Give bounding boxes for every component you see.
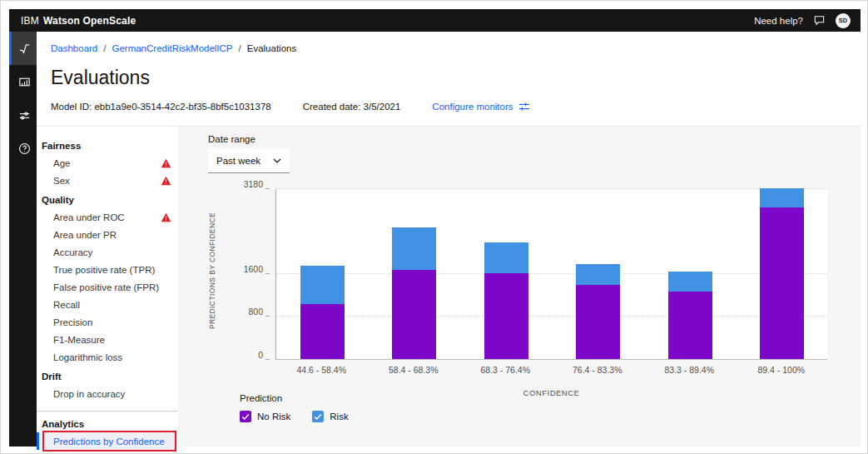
metric-item-accuracy[interactable]: Accuracy <box>37 243 178 261</box>
bar-segment-no-risk[interactable] <box>484 273 528 359</box>
date-range-value: Past week <box>216 156 260 166</box>
checkmark-icon <box>314 413 322 421</box>
panel-divider <box>37 411 178 412</box>
bar-segment-no-risk[interactable] <box>392 270 436 359</box>
date-range-dropdown[interactable]: Past week <box>208 148 290 173</box>
metric-item-label: Area under PR <box>53 230 117 240</box>
y-tick-mark <box>265 188 270 189</box>
bar-segment-risk[interactable] <box>300 266 345 303</box>
y-tick-label: 0 <box>258 350 263 360</box>
metric-item-label: Sex <box>53 176 70 186</box>
metric-item-label: Drop in accuracy <box>53 389 125 399</box>
rail-item-settings-sliders[interactable] <box>9 98 37 132</box>
configure-monitors-label: Configure monitors <box>432 102 513 112</box>
x-tick-label: 44.6 - 58.4% <box>275 365 368 375</box>
rail-item-insights[interactable] <box>9 32 37 65</box>
bar-segment-risk[interactable] <box>392 227 436 270</box>
app-window: IBMWatson OpenScale Need help? SD Dashbo… <box>9 9 861 447</box>
rail-item-dashboard[interactable] <box>9 65 37 98</box>
x-tick-label: 83.3 - 89.4% <box>643 365 736 375</box>
metrics-section-title: Drift <box>37 366 178 385</box>
y-axis-ticks: 080016003180 <box>226 189 270 360</box>
metric-item-chart-builder[interactable]: Chart Builder <box>37 450 178 454</box>
settings-sliders-icon <box>17 108 32 122</box>
metric-item-precision[interactable]: Precision <box>37 313 178 331</box>
x-tick-label: 58.4 - 68.3% <box>368 365 460 375</box>
page-title: Evaluations <box>37 53 861 89</box>
metric-item-area-under-pr[interactable]: Area under PR <box>37 226 178 243</box>
bar-segment-no-risk[interactable] <box>576 285 620 359</box>
content-row: FairnessAgeSexQualityArea under ROCArea … <box>37 126 861 447</box>
model-meta-row: Model ID: ebb1a9e0-3514-42c2-bf35-8bf5c1… <box>37 89 861 112</box>
checkmark-icon <box>241 413 250 421</box>
y-tick-label: 800 <box>248 307 263 317</box>
need-help-link[interactable]: Need help? <box>754 16 803 26</box>
legend-checkbox[interactable] <box>312 411 324 422</box>
help-icon <box>17 142 32 156</box>
brand-name: Watson OpenScale <box>43 15 136 27</box>
user-avatar[interactable]: SD <box>836 13 851 28</box>
screenshot-frame: IBMWatson OpenScale Need help? SD Dashbo… <box>0 0 868 454</box>
metrics-section-title: Analytics <box>37 413 178 432</box>
brand-prefix: IBM <box>21 15 39 27</box>
created-date-label: Created date: 3/5/2021 <box>303 102 401 112</box>
legend-label: No Risk <box>257 412 290 422</box>
warning-icon <box>161 212 171 222</box>
metric-item-recall[interactable]: Recall <box>37 296 178 313</box>
metric-item-sex[interactable]: Sex <box>37 172 178 189</box>
y-tick-label: 3180 <box>244 179 263 189</box>
x-tick-label: 76.4 - 83.3% <box>552 365 644 375</box>
breadcrumb-item[interactable]: GermanCreditRiskModelICP <box>112 43 232 53</box>
metric-item-drop-in-accuracy[interactable]: Drop in accuracy <box>37 385 178 402</box>
bar-segment-risk[interactable] <box>576 264 620 285</box>
metric-item-age[interactable]: Age <box>37 154 178 172</box>
insights-icon <box>17 42 32 56</box>
metric-item-label: Recall <box>53 300 80 310</box>
breadcrumb-item: Evaluations <box>247 43 296 53</box>
metric-item-area-under-roc[interactable]: Area under ROC <box>37 208 178 226</box>
metric-item-label: Area under ROC <box>53 212 125 222</box>
bar-segment-risk[interactable] <box>484 242 528 273</box>
left-icon-rail <box>9 32 37 447</box>
metric-item-false-positive-rate-fpr-[interactable]: False positive rate (FPR) <box>37 278 178 296</box>
legend-checkbox[interactable] <box>240 411 251 422</box>
legend-label: Risk <box>330 412 348 422</box>
metric-item-f1-measure[interactable]: F1-Measure <box>37 331 178 348</box>
chat-icon[interactable] <box>813 14 826 27</box>
legend-title: Prediction <box>240 393 282 403</box>
y-tick-mark <box>265 316 270 317</box>
metric-item-logarithmic-loss[interactable]: Logarithmic loss <box>37 348 178 366</box>
main-area: Dashboard/GermanCreditRiskModelICP/Evalu… <box>37 32 861 447</box>
bar-segment-risk[interactable] <box>668 272 712 292</box>
metric-item-true-positive-rate-tpr-[interactable]: True positive rate (TPR) <box>37 261 178 278</box>
legend-item-no-risk[interactable]: No Risk <box>240 411 290 422</box>
y-axis-title: PREDICTIONS BY CONFIDENCE <box>208 186 216 357</box>
legend-item-risk[interactable]: Risk <box>312 411 348 422</box>
breadcrumb: Dashboard/GermanCreditRiskModelICP/Evalu… <box>37 32 861 53</box>
app-brand: IBMWatson OpenScale <box>21 15 136 27</box>
settings-adjust-icon <box>518 102 530 112</box>
x-axis-labels: 44.6 - 58.4%58.4 - 68.3%68.3 - 76.4%76.4… <box>275 365 827 375</box>
gridline <box>276 273 827 274</box>
dashboard-icon <box>17 75 32 89</box>
bar-segment-no-risk[interactable] <box>300 304 345 359</box>
y-tick-mark <box>265 273 270 274</box>
warning-icon <box>161 158 171 168</box>
metric-item-label: False positive rate (FPR) <box>53 282 159 292</box>
configure-monitors-link[interactable]: Configure monitors <box>432 102 529 112</box>
warning-icon <box>161 176 171 186</box>
bar-segment-no-risk[interactable] <box>668 292 712 359</box>
chart-legend: No RiskRisk <box>240 411 349 422</box>
metric-item-label: F1-Measure <box>53 335 105 345</box>
y-tick-mark <box>265 359 270 360</box>
metric-item-label: Logarithmic loss <box>53 352 122 362</box>
rail-item-help[interactable] <box>9 132 37 165</box>
bar-segment-risk[interactable] <box>760 188 804 207</box>
breadcrumb-item[interactable]: Dashboard <box>51 43 97 53</box>
stacked-bar-chart <box>275 189 827 360</box>
gridline <box>276 188 827 189</box>
metric-item-predictions-by-confidence[interactable]: Predictions by Confidence <box>37 432 178 450</box>
bar-segment-no-risk[interactable] <box>760 207 804 359</box>
x-tick-label: 89.4 - 100% <box>736 365 828 375</box>
chevron-down-icon <box>273 158 281 163</box>
